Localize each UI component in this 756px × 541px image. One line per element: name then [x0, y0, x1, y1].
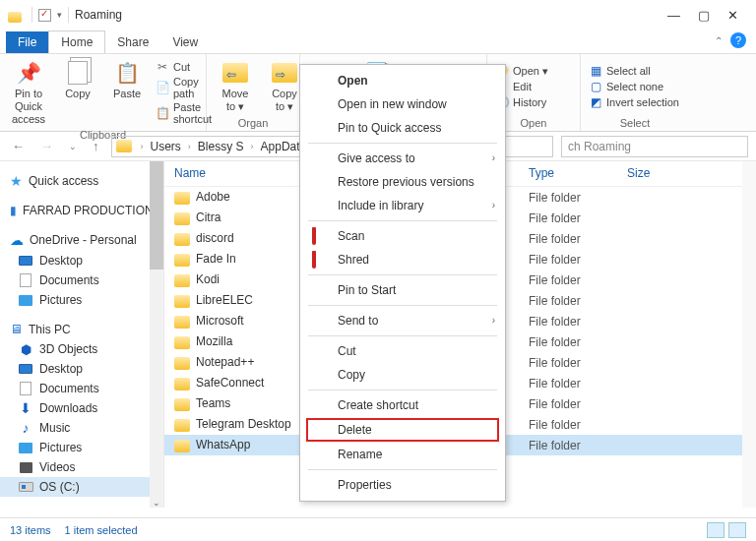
- nav-scrollbar[interactable]: ⌄: [150, 161, 163, 508]
- ctx-scan[interactable]: Scan: [300, 224, 505, 248]
- folder-icon: [174, 440, 190, 452]
- tab-share[interactable]: Share: [105, 31, 160, 53]
- quick-access-header[interactable]: ★Quick access: [0, 167, 163, 192]
- copy-path-button[interactable]: 📄Copy path: [156, 76, 212, 99]
- this-pc-header[interactable]: 🖥This PC: [0, 316, 163, 339]
- paste-icon: 📋: [113, 60, 141, 86]
- breadcrumb[interactable]: Blessy S: [194, 140, 248, 153]
- ctx-cut[interactable]: Cut: [300, 339, 505, 363]
- nav-desktop[interactable]: Desktop: [0, 251, 163, 270]
- ctx-pin-start[interactable]: Pin to Start: [300, 278, 505, 302]
- maximize-button[interactable]: ▢: [698, 8, 710, 23]
- nav-forward-button[interactable]: →: [36, 139, 57, 153]
- download-icon: ⬇: [18, 401, 33, 415]
- invert-selection-button[interactable]: ◩Invert selection: [589, 95, 679, 109]
- ctx-open[interactable]: Open: [300, 69, 505, 92]
- ctx-pin-quick-access[interactable]: Pin to Quick access: [300, 116, 505, 140]
- pin-quick-access-button[interactable]: 📌Pin to Quick access: [8, 58, 49, 127]
- ctx-open-new-window[interactable]: Open in new window: [300, 92, 505, 116]
- nav-recent-button[interactable]: ⌄: [65, 142, 81, 151]
- search-input[interactable]: ch Roaming: [561, 136, 748, 157]
- picture-icon: [18, 441, 33, 454]
- ctx-shred[interactable]: Shred: [300, 248, 505, 271]
- cloud-icon: ☁: [10, 232, 24, 248]
- copy-button[interactable]: Copy: [57, 58, 98, 127]
- nav-music[interactable]: ♪Music: [0, 418, 163, 438]
- breadcrumb[interactable]: Users: [147, 140, 185, 153]
- tab-view[interactable]: View: [160, 31, 210, 53]
- move-to-button[interactable]: ⇦Move to ▾: [215, 58, 256, 115]
- chevron-right-icon[interactable]: ›: [185, 142, 194, 151]
- ribbon-tabs: File Home Share View ⌃ ?: [0, 30, 756, 53]
- minimize-button[interactable]: —: [667, 8, 680, 23]
- nav-3d-objects[interactable]: ⬢3D Objects: [0, 339, 163, 359]
- ctx-rename[interactable]: Rename: [300, 443, 505, 466]
- ctx-include-library[interactable]: Include in library›: [300, 194, 505, 217]
- view-details-button[interactable]: [707, 522, 724, 538]
- nav-downloads[interactable]: ⬇Downloads: [0, 398, 163, 418]
- nav-desktop2[interactable]: Desktop: [0, 359, 163, 379]
- cube-icon: ⬢: [18, 342, 33, 356]
- nav-pictures2[interactable]: Pictures: [0, 438, 163, 457]
- nav-pictures[interactable]: Pictures: [0, 290, 163, 310]
- onedrive-header[interactable]: ☁OneDrive - Personal: [0, 226, 163, 251]
- select-none-icon: ▢: [589, 80, 602, 93]
- ctx-restore-previous[interactable]: Restore previous versions: [300, 170, 505, 194]
- collapse-ribbon-icon[interactable]: ⌃: [715, 35, 723, 46]
- desktop-icon: [18, 362, 33, 376]
- folder-icon: [174, 316, 190, 329]
- tab-home[interactable]: Home: [48, 30, 105, 53]
- nav-os-c[interactable]: OS (C:): [0, 477, 163, 497]
- ctx-delete[interactable]: Delete: [306, 418, 499, 442]
- folder-icon: [174, 254, 190, 267]
- farrad-header[interactable]: ▮FARRAD PRODUCTION: [0, 198, 163, 220]
- select-all-button[interactable]: ▦Select all: [589, 64, 679, 78]
- nav-videos[interactable]: Videos: [0, 457, 163, 477]
- paste-button[interactable]: 📋Paste: [106, 58, 148, 127]
- invert-selection-icon: ◩: [589, 95, 602, 109]
- qat-dropdown-icon[interactable]: ▾: [57, 10, 62, 20]
- file-scrollbar[interactable]: [742, 161, 756, 508]
- close-button[interactable]: ✕: [727, 8, 738, 23]
- shield-icon: [312, 253, 326, 267]
- move-to-icon: ⇦: [221, 60, 249, 86]
- ctx-properties[interactable]: Properties: [300, 473, 505, 497]
- network-drive-icon: ▮: [10, 204, 17, 217]
- nav-up-button[interactable]: ↑: [89, 139, 103, 153]
- group-open-label: Open: [495, 117, 572, 129]
- status-selected-count: 1 item selected: [65, 524, 138, 536]
- col-size[interactable]: Size: [617, 161, 686, 186]
- star-icon: ★: [10, 173, 23, 189]
- folder-icon: [174, 419, 190, 432]
- qat-properties-icon[interactable]: [38, 9, 51, 22]
- ctx-send-to[interactable]: Send to›: [300, 309, 505, 332]
- chevron-right-icon[interactable]: ›: [248, 142, 257, 151]
- help-icon[interactable]: ?: [730, 32, 746, 48]
- navigation-pane[interactable]: ★Quick access ▮FARRAD PRODUCTION ☁OneDri…: [0, 161, 164, 508]
- ctx-create-shortcut[interactable]: Create shortcut: [300, 393, 505, 417]
- select-all-icon: ▦: [589, 64, 602, 78]
- select-none-button[interactable]: ▢Select none: [589, 80, 679, 93]
- folder-icon: [174, 192, 190, 205]
- folder-icon: [174, 212, 190, 225]
- ctx-give-access[interactable]: Give access to›: [300, 147, 505, 170]
- chevron-down-icon[interactable]: ⌄: [150, 498, 163, 508]
- col-type[interactable]: Type: [519, 161, 617, 186]
- ctx-copy[interactable]: Copy: [300, 363, 505, 387]
- music-icon: ♪: [18, 421, 33, 435]
- scissors-icon: ✂: [156, 60, 169, 74]
- drive-icon: [18, 480, 33, 494]
- status-item-count: 13 items: [10, 524, 51, 536]
- picture-icon: [18, 293, 33, 307]
- cut-button[interactable]: ✂Cut: [156, 60, 212, 74]
- copy-to-icon: ⇨: [271, 60, 298, 86]
- view-large-button[interactable]: [728, 522, 746, 538]
- chevron-right-icon[interactable]: ›: [138, 142, 147, 151]
- nav-back-button[interactable]: ←: [8, 139, 29, 153]
- nav-documents2[interactable]: Documents: [0, 379, 163, 398]
- tab-file[interactable]: File: [6, 31, 48, 53]
- paste-shortcut-button[interactable]: 📋Paste shortcut: [156, 101, 212, 125]
- folder-icon: [116, 140, 132, 152]
- chevron-right-icon: ›: [492, 200, 495, 210]
- nav-documents[interactable]: Documents: [0, 270, 163, 290]
